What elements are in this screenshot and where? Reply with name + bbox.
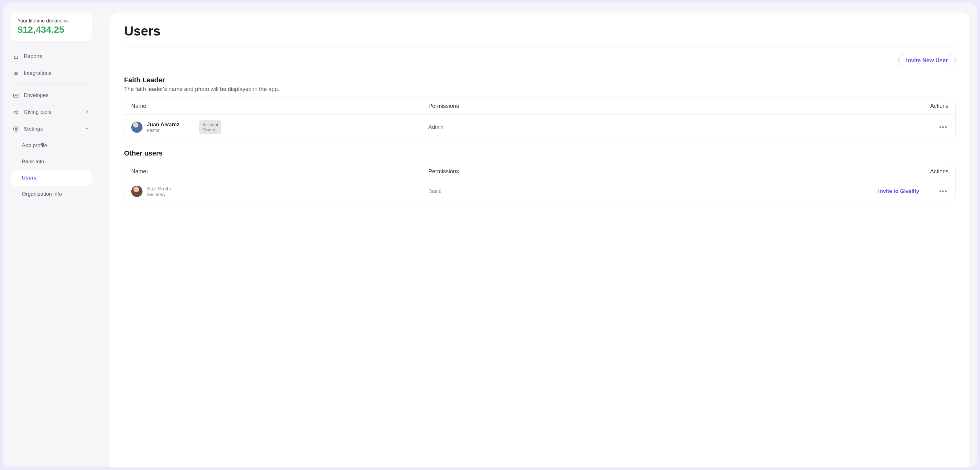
faith-leader-table: Name Permissions Actions Juan Alvarez Pa… [124, 98, 956, 140]
sidebar-item-label: Settings [24, 126, 43, 132]
sidebar-subitem-users[interactable]: Users [11, 170, 92, 186]
lifetime-donations-label: Your lifetime donations [18, 18, 85, 24]
table-header: Name↑ Permissions Actions [124, 163, 955, 180]
col-permissions: Permissions [428, 103, 775, 110]
top-actions: Invite New User [124, 54, 956, 67]
svg-point-5 [14, 127, 18, 132]
user-cell: Juan Alvarez Pastor Account Owner [131, 120, 428, 134]
more-actions-button[interactable]: ••• [938, 123, 948, 131]
other-users-heading: Other users [124, 149, 956, 157]
faith-leader-description: The faith leader's name and photo will b… [124, 86, 956, 92]
col-actions: Actions [775, 103, 948, 110]
sort-ascending-icon: ↑ [146, 168, 149, 174]
row-actions: Invite to Givelify ••• [775, 187, 948, 195]
account-owner-badge: Account Owner [199, 120, 221, 134]
megaphone-icon [13, 109, 19, 116]
col-permissions: Permissions [428, 168, 775, 175]
bar-chart-icon [13, 53, 19, 60]
app-shell: Your lifetime donations $12,434.25 Repor… [3, 3, 977, 467]
page-title: Users [124, 24, 956, 39]
envelope-icon [13, 92, 19, 99]
avatar [131, 122, 143, 133]
user-role: Secretary [147, 192, 171, 197]
main-panel: Users Invite New User Faith Leader The f… [110, 13, 969, 467]
divider [124, 46, 956, 46]
col-name: Name [131, 103, 428, 110]
lifetime-donations-card: Your lifetime donations $12,434.25 [11, 13, 92, 41]
row-actions: ••• [775, 123, 948, 131]
chevron-right-icon [85, 109, 90, 116]
user-name: Juan Alvarez [147, 122, 179, 128]
gear-icon [13, 125, 19, 132]
permission-value: Basic [428, 188, 775, 194]
table-row: Juan Alvarez Pastor Account Owner Admin … [124, 115, 955, 140]
sidebar-item-integrations[interactable]: Integrations [11, 65, 92, 82]
faith-leader-heading: Faith Leader [124, 76, 956, 84]
permission-value: Admin [428, 124, 775, 130]
sidebar-item-label: Envelopes [24, 92, 48, 98]
chevron-down-icon [85, 126, 90, 132]
sidebar-item-label: Giving tools [24, 109, 51, 115]
other-users-table: Name↑ Permissions Actions Sue Smith Secr… [124, 163, 956, 203]
sidebar: Your lifetime donations $12,434.25 Repor… [11, 13, 92, 467]
sidebar-subitem-org-info[interactable]: Organization info [11, 186, 92, 202]
avatar [131, 186, 143, 197]
more-actions-button[interactable]: ••• [938, 187, 948, 195]
sidebar-subitem-bank-info[interactable]: Bank Info [11, 154, 92, 170]
svg-point-3 [15, 95, 16, 96]
col-name-sortable[interactable]: Name↑ [131, 168, 428, 175]
table-header: Name Permissions Actions [124, 98, 955, 115]
user-role: Pastor [147, 128, 179, 133]
link-icon [13, 70, 19, 77]
svg-rect-2 [14, 94, 18, 97]
sidebar-item-giving-tools[interactable]: Giving tools [11, 104, 92, 121]
table-row: Sue Smith Secretary Basic Invite to Give… [124, 180, 955, 203]
sidebar-item-label: Integrations [24, 70, 51, 76]
sidebar-item-envelopes[interactable]: Envelopes [11, 87, 92, 104]
svg-point-4 [15, 129, 17, 130]
sidebar-item-settings[interactable]: Settings [11, 121, 92, 137]
col-actions: Actions [775, 168, 948, 175]
sidebar-item-label: Reports [24, 53, 42, 60]
invite-new-user-button[interactable]: Invite New User [898, 54, 956, 67]
user-cell: Sue Smith Secretary [131, 186, 428, 197]
sidebar-item-reports[interactable]: Reports [11, 48, 92, 65]
user-name: Sue Smith [147, 186, 171, 192]
invite-to-givelify-link[interactable]: Invite to Givelify [878, 188, 919, 194]
sidebar-divider [11, 84, 92, 84]
sidebar-subitem-app-profile[interactable]: App profile [11, 137, 92, 154]
lifetime-donations-amount: $12,434.25 [18, 24, 85, 35]
